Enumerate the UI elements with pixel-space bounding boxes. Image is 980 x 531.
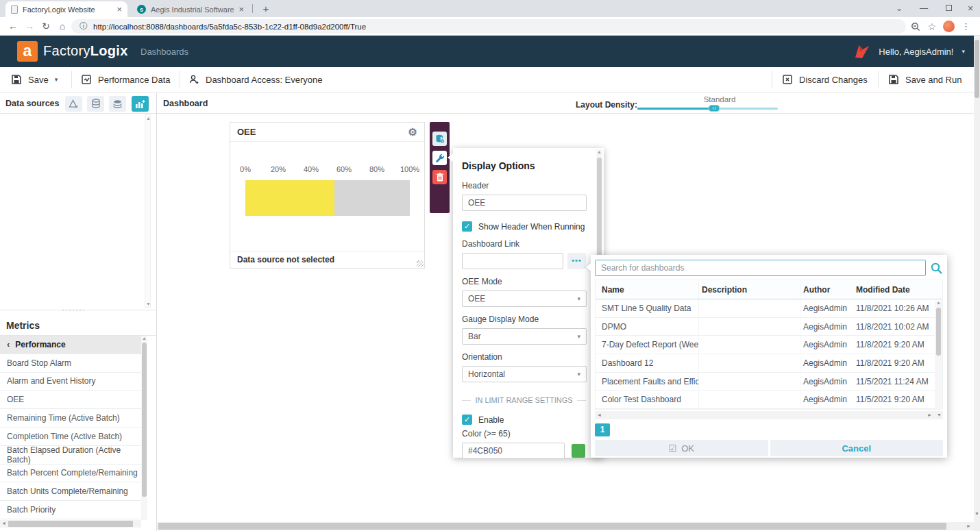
user-menu-caret-icon[interactable]: ▾ (961, 48, 965, 55)
save-button[interactable]: Save ▾ (11, 67, 58, 92)
browser-menu-icon[interactable]: ⋮ (961, 21, 970, 32)
discard-changes-button[interactable]: Discard Changes (782, 67, 868, 92)
user-greeting[interactable]: Hello, AegisAdmin! (879, 47, 953, 57)
browse-dashboards-button[interactable]: ••• (567, 253, 586, 269)
forward-icon[interactable]: → (22, 19, 37, 34)
scroll-up-icon[interactable]: ▲ (597, 149, 602, 154)
column-header-name[interactable]: Name (596, 285, 698, 295)
color-input[interactable] (462, 443, 565, 459)
orientation-select[interactable]: Horizontal ▾ (462, 366, 587, 382)
profile-avatar[interactable] (943, 21, 955, 32)
site-info-icon[interactable]: ⓘ (79, 21, 88, 32)
widget-resize-handle[interactable] (417, 260, 424, 267)
scroll-left-icon[interactable]: ◄ (1, 521, 6, 526)
zoom-out-icon[interactable] (911, 22, 920, 32)
cancel-button[interactable]: Cancel (770, 440, 944, 456)
dashboard-search-input[interactable] (595, 260, 926, 276)
metric-item[interactable]: Completion Time (Active Batch) (0, 428, 141, 446)
pagination-page-1[interactable]: 1 (595, 423, 610, 436)
table-horizontal-scrollbar[interactable]: ◄ ► ▼ (595, 411, 943, 419)
color-swatch[interactable] (572, 444, 585, 458)
table-row[interactable]: Color Test Dashboard AegisAdmin 11/5/202… (596, 391, 942, 409)
database-source-button[interactable] (87, 96, 104, 112)
show-header-checkbox-row[interactable]: ✓ Show Header When Running (462, 221, 586, 232)
address-input[interactable]: ⓘ http://localhost:8088/dashboards/5a5fd… (71, 19, 906, 34)
window-close-button[interactable]: × (958, 0, 980, 17)
scroll-down-icon[interactable]: ▼ (146, 301, 151, 306)
table-row[interactable]: Dashboard 12 AegisAdmin 11/8/2021 9:20 A… (596, 354, 942, 373)
new-tab-button[interactable]: + (259, 2, 273, 16)
checkbox-checked-icon[interactable]: ✓ (462, 221, 472, 232)
metric-item[interactable]: Batch Units Complete/Remaining (0, 482, 141, 501)
tab-close-icon[interactable]: × (117, 4, 122, 14)
display-options-button[interactable] (432, 151, 447, 165)
scroll-up-icon[interactable]: ▲ (142, 336, 147, 341)
oee-widget[interactable]: OEE ⚙ 0% 20% 40% 60% 80% 100% Data sourc… (230, 122, 425, 269)
table-row[interactable]: DPMO AegisAdmin 11/8/2021 10:02 AM (596, 318, 942, 336)
scroll-thumb[interactable] (975, 40, 979, 98)
scroll-left-icon[interactable]: ◄ (597, 412, 602, 417)
bookmark-star-icon[interactable]: ☆ (927, 21, 936, 32)
scroll-up-icon[interactable]: ▲ (936, 300, 941, 305)
search-icon[interactable] (930, 262, 943, 275)
refresh-icon[interactable]: ↻ (38, 19, 53, 34)
nav-dashboards[interactable]: Dashboards (140, 47, 188, 57)
back-icon[interactable]: ← (5, 19, 21, 34)
scroll-right-icon[interactable]: ► (966, 523, 971, 528)
metrics-scrollbar[interactable]: ▲ (141, 336, 147, 520)
dashboard-access-button[interactable]: Dashboard Access: Everyone (188, 67, 323, 92)
scroll-thumb[interactable] (158, 523, 946, 530)
window-restore-button[interactable] (936, 0, 961, 17)
tab-close-icon[interactable]: × (238, 4, 244, 14)
scroll-thumb[interactable] (142, 343, 147, 497)
metric-item[interactable]: Remaining Time (Active Batch) (0, 409, 141, 428)
scroll-thumb[interactable] (936, 308, 941, 356)
layout-density-slider-handle[interactable] (709, 105, 720, 112)
data-sources-scrollbar[interactable]: ▲▼ (145, 114, 151, 308)
table-row[interactable]: 7-Day Defect Report (Week en AegisAdmin … (596, 336, 942, 354)
widget-gear-icon[interactable]: ⚙ (408, 126, 417, 138)
metric-item[interactable]: Alarm and Event History (0, 373, 141, 391)
header-input[interactable] (462, 195, 587, 211)
window-dropdown-icon[interactable]: ⌄ (887, 0, 911, 17)
oee-mode-select[interactable]: OEE ▾ (462, 291, 587, 307)
sidebar-splitter-handle[interactable] (0, 310, 156, 316)
dashboard-link-input[interactable] (462, 253, 563, 269)
table-row[interactable]: Placement Faults and Efficien AegisAdmin… (596, 373, 942, 391)
scroll-down-icon[interactable]: ▼ (937, 412, 942, 417)
tab-aegis-sharepoint[interactable]: s Aegis Industrial Software Team S × (132, 1, 249, 17)
metrics-category-performance[interactable]: ‹Performance (0, 336, 141, 354)
save-and-run-button[interactable]: Save and Run (888, 67, 961, 92)
metric-item[interactable]: Batch Elapsed Duration (Active Batch) (0, 446, 141, 465)
data-source-settings-button[interactable] (432, 132, 447, 146)
scroll-up-icon[interactable]: ▲ (146, 116, 151, 121)
delete-widget-button[interactable] (432, 170, 447, 184)
table-vertical-scrollbar[interactable]: ▲ (935, 301, 942, 409)
metric-item[interactable]: Board Stop Alarm (0, 354, 141, 373)
page-vertical-scrollbar[interactable]: ▼ (974, 36, 980, 531)
performance-data-button[interactable]: Performance Data (81, 67, 171, 92)
metric-item[interactable]: OEE (0, 391, 141, 409)
add-chart-button[interactable] (132, 96, 149, 112)
tab-factorylogix[interactable]: FactoryLogix Website × (5, 1, 127, 17)
enable-checkbox-row[interactable]: ✓ Enable (462, 415, 586, 425)
gauge-display-mode-select[interactable]: Bar ▾ (462, 328, 587, 345)
scroll-down-icon[interactable]: ▼ (975, 511, 979, 516)
home-icon[interactable]: ⌂ (55, 19, 70, 34)
alarm-source-button[interactable] (65, 96, 82, 112)
page-horizontal-scrollbar[interactable]: ► (157, 522, 974, 530)
cell-name: Placement Faults and Efficien (596, 377, 698, 386)
scroll-thumb[interactable] (8, 521, 133, 527)
sidebar-horizontal-scrollbar[interactable]: ◄ (0, 520, 141, 528)
metric-item[interactable]: Batch Priority (0, 501, 141, 519)
ok-button[interactable]: ☑ OK (595, 440, 768, 456)
scroll-right-icon[interactable]: ► (927, 412, 932, 417)
column-header-author[interactable]: Author (800, 280, 853, 299)
metric-item[interactable]: Batch Percent Complete/Remaining (0, 465, 141, 483)
dataset-source-button[interactable] (109, 96, 126, 112)
column-header-modified[interactable]: Modified Date (853, 285, 935, 295)
window-minimize-button[interactable]: — (911, 0, 936, 17)
checkbox-checked-icon[interactable]: ✓ (462, 415, 472, 425)
column-header-description[interactable]: Description (698, 280, 800, 299)
table-row[interactable]: SMT Line 5 Quality Data AegisAdmin 11/8/… (596, 299, 942, 318)
